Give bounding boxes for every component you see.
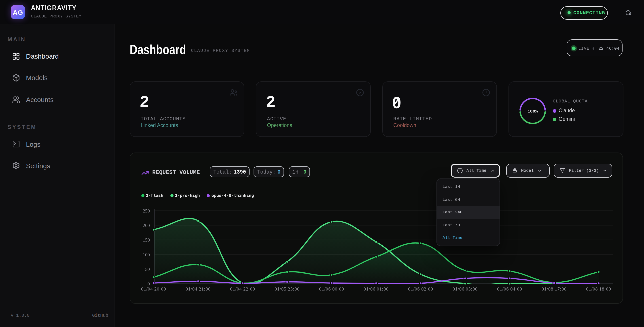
svg-text:150: 150 — [143, 237, 150, 242]
svg-text:01/06 01:00: 01/06 01:00 — [363, 286, 388, 292]
svg-text:250: 250 — [143, 208, 150, 214]
svg-text:01/06 03:00: 01/06 03:00 — [452, 286, 478, 292]
svg-text:200: 200 — [143, 222, 150, 228]
svg-text:01/06 02:00: 01/06 02:00 — [408, 286, 433, 292]
svg-text:50: 50 — [145, 266, 150, 272]
svg-text:01/06 04:00: 01/06 04:00 — [497, 286, 522, 292]
svg-text:01/04 21:00: 01/04 21:00 — [185, 286, 210, 292]
svg-text:01/08 17:00: 01/08 17:00 — [541, 286, 566, 292]
svg-text:100: 100 — [143, 252, 150, 257]
svg-text:100%: 100% — [528, 109, 538, 114]
svg-text:01/04 20:00: 01/04 20:00 — [141, 286, 166, 292]
svg-text:0: 0 — [147, 281, 150, 286]
svg-text:01/08 18:00: 01/08 18:00 — [586, 286, 611, 292]
svg-text:01/05 23:00: 01/05 23:00 — [274, 286, 300, 292]
svg-text:01/06 00:00: 01/06 00:00 — [319, 286, 344, 292]
svg-text:01/04 22:00: 01/04 22:00 — [230, 286, 255, 292]
